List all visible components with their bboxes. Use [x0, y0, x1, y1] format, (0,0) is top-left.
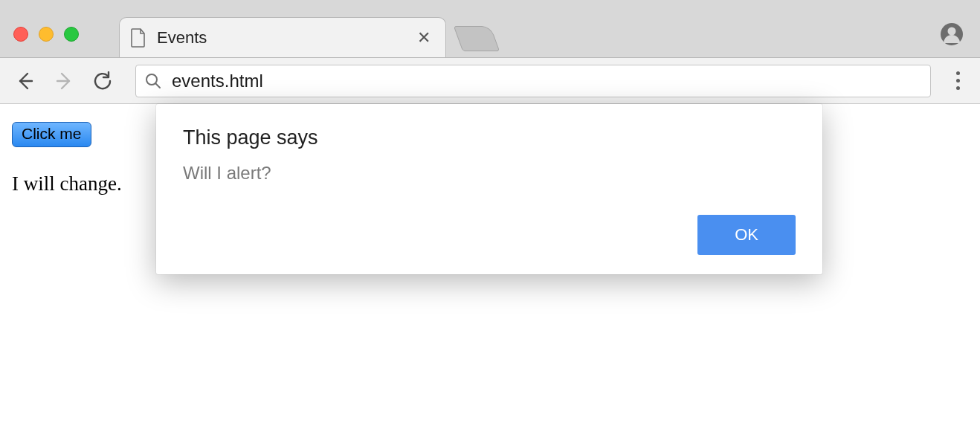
window-controls	[13, 27, 79, 42]
search-icon	[145, 73, 161, 89]
alert-title: This page says	[183, 126, 796, 149]
profile-icon[interactable]	[940, 22, 964, 49]
tab-title: Events	[157, 28, 402, 48]
window-maximize-button[interactable]	[64, 27, 79, 42]
browser-titlebar: Events ✕	[0, 0, 980, 58]
browser-menu-button[interactable]	[946, 71, 970, 90]
alert-actions: OK	[183, 215, 796, 255]
window-close-button[interactable]	[13, 27, 28, 42]
alert-dialog: This page says Will I alert? OK	[156, 104, 822, 274]
svg-point-1	[948, 28, 956, 36]
new-tab-button[interactable]	[454, 26, 500, 51]
address-bar[interactable]	[135, 65, 931, 97]
alert-message: Will I alert?	[183, 163, 796, 184]
file-icon	[130, 28, 146, 48]
url-input[interactable]	[170, 70, 921, 92]
window-minimize-button[interactable]	[39, 27, 54, 42]
browser-toolbar	[0, 58, 980, 104]
forward-button[interactable]	[49, 66, 79, 96]
tab-strip: Events ✕	[119, 17, 495, 57]
browser-tab[interactable]: Events ✕	[119, 17, 446, 57]
click-me-button[interactable]: Click me	[12, 122, 91, 147]
back-button[interactable]	[10, 66, 40, 96]
close-icon[interactable]: ✕	[413, 28, 435, 48]
svg-line-5	[155, 83, 160, 88]
ok-button[interactable]: OK	[697, 215, 796, 255]
reload-button[interactable]	[88, 66, 117, 96]
